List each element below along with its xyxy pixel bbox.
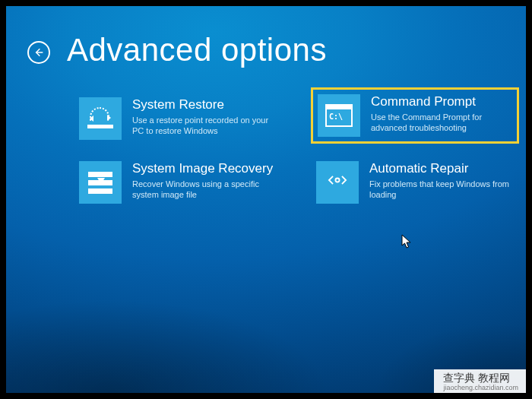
option-title: Automatic Repair bbox=[369, 161, 514, 176]
restore-icon bbox=[85, 103, 116, 134]
option-desc: Fix problems that keep Windows from load… bbox=[369, 179, 514, 200]
watermark-text: 查字典 教程网 bbox=[443, 372, 510, 384]
advanced-options-list: System Restore Use a restore point recor… bbox=[6, 68, 526, 207]
option-title: System Image Recovery bbox=[132, 161, 277, 176]
option-desc: Recover Windows using a specific system … bbox=[132, 179, 277, 200]
recover-icon bbox=[85, 167, 116, 198]
option-system-restore[interactable]: System Restore Use a restore point recor… bbox=[76, 94, 280, 146]
back-button[interactable] bbox=[27, 41, 50, 64]
option-command-prompt[interactable]: C:\ Command Prompt Use the Command Promp… bbox=[313, 90, 517, 141]
option-tile bbox=[79, 97, 122, 140]
repair-icon bbox=[325, 167, 350, 198]
cmd-icon: C:\ bbox=[325, 104, 353, 127]
mouse-cursor-icon bbox=[401, 234, 412, 249]
option-automatic-repair[interactable]: Automatic Repair Fix problems that keep … bbox=[313, 158, 517, 207]
svg-point-1 bbox=[335, 178, 339, 182]
option-tile: C:\ bbox=[318, 94, 360, 137]
watermark: 查字典 教程网 jiaocheng.chazidian.com bbox=[434, 369, 526, 393]
watermark-url: jiaocheng.chazidian.com bbox=[443, 384, 518, 391]
option-tile bbox=[79, 161, 122, 204]
option-system-image-recovery[interactable]: System Image Recovery Recover Windows us… bbox=[76, 158, 280, 207]
page-title: Advanced options bbox=[67, 32, 327, 68]
option-desc: Use a restore point recorded on your PC … bbox=[132, 115, 277, 136]
option-title: Command Prompt bbox=[371, 94, 512, 109]
option-tile bbox=[316, 161, 359, 204]
arrow-left-icon bbox=[33, 46, 45, 59]
option-title: System Restore bbox=[132, 97, 277, 112]
option-desc: Use the Command Prompt for advanced trou… bbox=[371, 112, 512, 133]
